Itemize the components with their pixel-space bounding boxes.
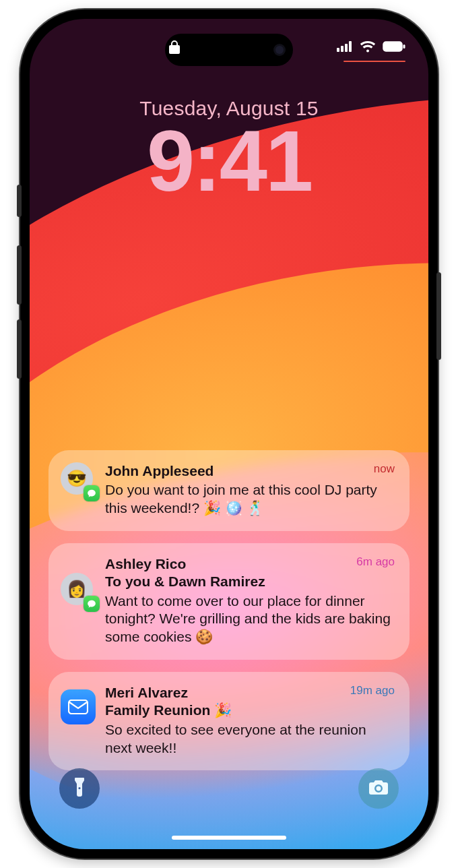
notification[interactable]: 19m ago Meri Alvarez Family Reunion 🎉 So…: [48, 672, 410, 770]
status-underline: [344, 61, 405, 62]
home-indicator[interactable]: [172, 836, 286, 840]
notification-avatar: [61, 689, 96, 724]
iphone-frame: Tuesday, August 15 9:41 😎 now John Apple…: [20, 9, 438, 859]
notification-body: Want to come over to our place for dinne…: [105, 592, 395, 647]
notification-subtitle: To you & Dawn Ramirez: [105, 573, 395, 590]
notification-time: now: [374, 462, 395, 476]
camera-icon: [368, 779, 389, 798]
svg-rect-3: [349, 41, 352, 52]
notification-body: So excited to see everyone at the reunio…: [105, 721, 395, 757]
notification-subtitle: Family Reunion 🎉: [105, 702, 395, 719]
notification-avatar: 👩: [61, 573, 96, 608]
lock-time: 9:41: [30, 116, 428, 206]
lock-icon: [168, 40, 181, 55]
camera-button[interactable]: [358, 768, 399, 809]
svg-rect-4: [383, 42, 402, 51]
messages-app-badge-icon: [84, 485, 100, 501]
notification-sender: Ashley Rico: [105, 555, 395, 573]
mail-app-icon: [61, 689, 96, 724]
side-button-vol-up: [17, 245, 22, 305]
cellular-signal-icon: [337, 41, 353, 52]
side-button-mute: [17, 185, 22, 217]
flashlight-button[interactable]: [59, 768, 100, 809]
side-button-power: [436, 272, 441, 360]
notification-time: 6m ago: [356, 555, 395, 569]
lock-screen[interactable]: Tuesday, August 15 9:41 😎 now John Apple…: [30, 19, 428, 849]
wifi-icon: [360, 40, 376, 53]
svg-rect-5: [403, 44, 405, 49]
battery-icon: [383, 41, 405, 52]
notification-sender: John Appleseed: [105, 462, 395, 480]
notification-body: Do you want to join me at this cool DJ p…: [105, 481, 395, 518]
notification[interactable]: 😎 now John Appleseed Do you want to join…: [48, 450, 410, 531]
notification-time: 19m ago: [350, 684, 395, 698]
notification[interactable]: 👩 6m ago Ashley Rico To you & Dawn Ramir…: [48, 543, 410, 660]
messages-app-badge-icon: [84, 596, 100, 612]
status-bar: [30, 36, 428, 63]
svg-rect-2: [345, 44, 348, 52]
notification-avatar: 😎: [61, 462, 96, 497]
side-button-vol-down: [17, 319, 22, 379]
svg-rect-0: [337, 48, 339, 52]
flashlight-icon: [72, 777, 87, 800]
svg-rect-6: [69, 700, 88, 714]
notification-stack: 😎 now John Appleseed Do you want to join…: [48, 450, 410, 770]
svg-rect-1: [341, 46, 344, 52]
